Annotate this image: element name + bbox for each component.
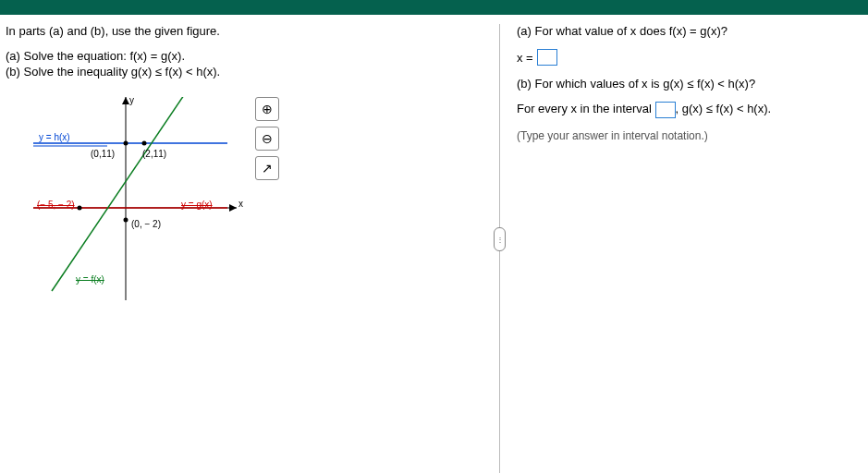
question-b: (b) For which values of x is g(x) ≤ f(x)… xyxy=(517,77,851,91)
answer-a-input[interactable] xyxy=(537,49,557,66)
svg-marker-3 xyxy=(229,204,237,212)
svg-point-8 xyxy=(124,141,128,146)
content-area: In parts (a) and (b), use the given figu… xyxy=(0,15,868,473)
left-panel: In parts (a) and (b), use the given figu… xyxy=(0,24,499,473)
pt-0-11: (0,11) xyxy=(91,149,115,159)
header-bar: point(s) possible xyxy=(0,0,868,15)
popout-icon: ↗ xyxy=(262,161,273,176)
y-axis-label: y xyxy=(129,95,134,105)
zoom-out-icon: ⊖ xyxy=(262,131,273,146)
answer-b-input[interactable] xyxy=(655,102,676,118)
svg-point-9 xyxy=(142,141,147,146)
svg-point-10 xyxy=(78,206,82,211)
zoom-out-button[interactable]: ⊖ xyxy=(255,127,279,151)
answer-a-row: x = xyxy=(517,49,851,66)
question-a: (a) For what value of x does f(x) = g(x)… xyxy=(517,24,851,38)
graph-container: y x y = h(x) (0,11) (2,11) (− 5, − 2) y … xyxy=(33,97,274,309)
intro-text: In parts (a) and (b), use the given figu… xyxy=(6,24,494,38)
zoom-in-button[interactable]: ⊕ xyxy=(255,97,279,121)
interval-post: , g(x) ≤ f(x) < h(x). xyxy=(676,102,772,115)
x-equals-label: x = xyxy=(517,51,533,65)
panel-divider: ⋮ xyxy=(499,24,500,473)
zoom-in-icon: ⊕ xyxy=(262,102,273,116)
f-label: y = f(x) xyxy=(76,274,104,285)
pt-neg5-neg2: (− 5, − 2) xyxy=(37,200,75,210)
pt-0-neg2: (0, − 2) xyxy=(131,219,161,229)
h-label: y = h(x) xyxy=(39,132,70,142)
graph-tools: ⊕ ⊖ ↗ xyxy=(255,97,279,180)
divider-dots-icon: ⋮ xyxy=(496,238,504,241)
pt-2-11: (2,11) xyxy=(142,149,166,159)
part-b-text: (b) Solve the inequality g(x) ≤ f(x) < h… xyxy=(6,65,494,79)
part-a-text: (a) Solve the equation: f(x) = g(x). xyxy=(6,49,494,63)
popout-button[interactable]: ↗ xyxy=(255,156,279,180)
svg-line-7 xyxy=(52,97,186,291)
interval-pre: For every x in the interval xyxy=(517,102,652,115)
interval-line: For every x in the interval , g(x) ≤ f(x… xyxy=(517,102,851,118)
x-axis-label: x xyxy=(238,199,243,209)
svg-point-11 xyxy=(124,218,128,223)
divider-handle[interactable]: ⋮ xyxy=(494,227,506,251)
interval-hint: (Type your answer in interval notation.) xyxy=(517,129,851,142)
right-panel: (a) For what value of x does f(x) = g(x)… xyxy=(500,24,868,473)
svg-marker-1 xyxy=(122,97,129,104)
g-label: y = g(x) xyxy=(181,200,213,210)
